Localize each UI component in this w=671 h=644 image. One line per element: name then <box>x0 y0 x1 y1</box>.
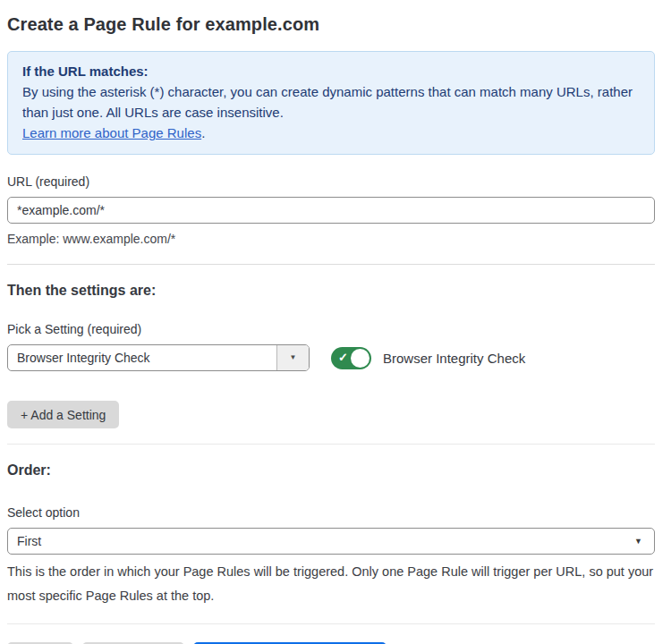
create-page-rule-panel: Create a Page Rule for example.com If th… <box>0 0 671 644</box>
add-setting-button[interactable]: + Add a Setting <box>7 401 119 428</box>
toggle-label: Browser Integrity Check <box>383 351 525 366</box>
toggle-group: ✓ Browser Integrity Check <box>331 347 525 369</box>
order-select[interactable]: First ▼ <box>7 528 655 555</box>
chevron-down-icon: ▼ <box>290 354 297 361</box>
info-box-link-row: Learn more about Page Rules. <box>22 123 640 143</box>
setting-select-value: Browser Integrity Check <box>8 351 150 365</box>
link-period: . <box>201 125 205 140</box>
setting-select[interactable]: Browser Integrity Check ▼ <box>7 344 310 371</box>
order-heading: Order: <box>7 462 655 479</box>
section-divider <box>7 444 655 445</box>
info-box-body: By using the asterisk (*) character, you… <box>22 81 640 123</box>
order-select-value: First <box>8 534 41 548</box>
setting-select-arrow-button[interactable]: ▼ <box>276 345 309 370</box>
page-title: Create a Page Rule for example.com <box>7 14 655 35</box>
url-label: URL (required) <box>7 174 655 189</box>
browser-integrity-toggle[interactable]: ✓ <box>331 347 371 369</box>
settings-heading: Then the settings are: <box>7 283 655 299</box>
pick-setting-label: Pick a Setting (required) <box>7 322 655 336</box>
setting-row: Browser Integrity Check ▼ ✓ Browser Inte… <box>7 344 655 371</box>
chevron-down-icon: ▼ <box>634 538 642 546</box>
order-select-label: Select option <box>7 505 655 520</box>
url-example-hint: Example: www.example.com/* <box>7 230 655 249</box>
check-icon: ✓ <box>338 351 348 364</box>
info-box-heading: If the URL matches: <box>22 61 640 81</box>
learn-more-page-rules-link[interactable]: Learn more about Page Rules <box>22 125 201 140</box>
footer-divider <box>7 623 655 624</box>
toggle-knob <box>351 349 369 368</box>
order-help-text: This is the order in which your Page Rul… <box>7 560 655 608</box>
url-match-info-box: If the URL matches: By using the asteris… <box>7 51 655 155</box>
url-input[interactable] <box>7 197 655 224</box>
section-divider <box>7 264 655 265</box>
